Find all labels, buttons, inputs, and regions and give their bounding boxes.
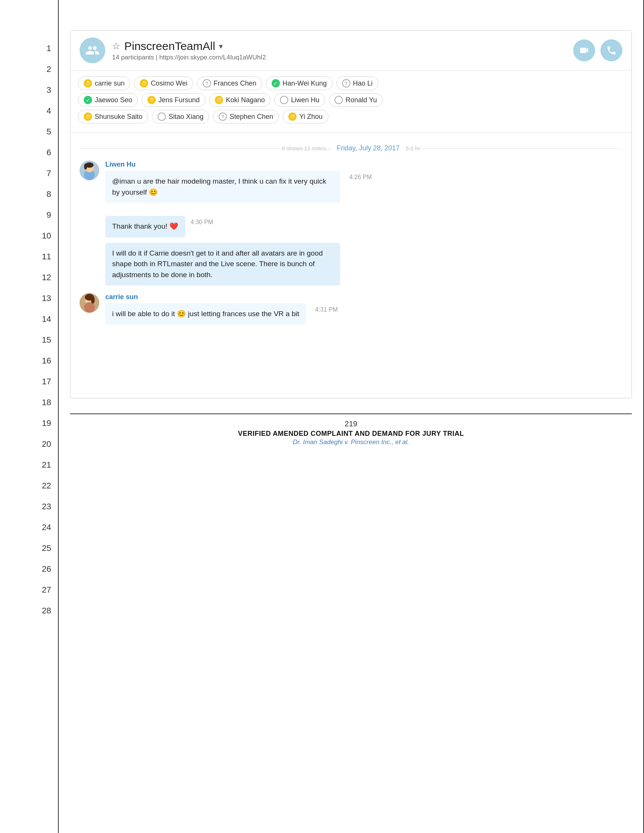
avatar-carrie-img <box>80 293 99 313</box>
participant-cosimo-wei[interactable]: ⏱ Cosimo Wei <box>134 77 193 90</box>
status-icon-empty <box>335 96 343 104</box>
avatar-liwen <box>80 161 99 180</box>
participant-name: Cosimo Wei <box>151 79 188 87</box>
participant-jaewoo-seo[interactable]: ✓ Jaewoo Seo <box>78 93 138 107</box>
status-icon-green: ✓ <box>84 96 92 104</box>
video-icon <box>579 45 589 56</box>
chat-title: PinscreenTeamAll <box>124 40 215 53</box>
participant-ronald-yu[interactable]: Ronald Yu <box>329 93 383 107</box>
message-group-liwen: Liwen Hu @iman u are the hair modeling m… <box>80 161 622 207</box>
group-icon <box>85 43 100 58</box>
line-number-21: 21 <box>0 454 58 475</box>
footer-subtitle: Dr. Iman Sadeghi v. Pinscreen Inc., et a… <box>70 439 632 446</box>
participants-row-1: ⏱ carrie sun ⏱ Cosimo Wei ? Frances Chen… <box>78 77 624 90</box>
line-number-15: 15 <box>0 330 58 350</box>
line-number-28: 28 <box>0 600 58 621</box>
participant-koki-nagano[interactable]: ⏱ Koki Nagano <box>209 93 270 107</box>
status-icon-yellow: ⏱ <box>84 79 92 87</box>
line-number-1: 1 <box>0 38 58 59</box>
participant-carrie-sun[interactable]: ⏱ carrie sun <box>78 77 130 90</box>
footer-title: VERIFIED AMENDED COMPLAINT AND DEMAND FO… <box>70 430 632 438</box>
chat-subtitle: 14 participants | https://join.skype.com… <box>112 54 573 61</box>
line-number-13: 13 <box>0 288 58 309</box>
phone-call-button[interactable] <box>601 39 622 61</box>
chevron-down-icon[interactable]: ▾ <box>219 42 223 51</box>
participant-name: Jaewoo Seo <box>95 96 132 104</box>
participant-name: Sitao Xiang <box>169 113 203 121</box>
status-icon-question: ? <box>219 113 227 121</box>
participant-name: Hao Li <box>353 79 373 87</box>
message-sender-liwen: Liwen Hu <box>105 161 622 169</box>
participant-hao-li[interactable]: ? Hao Li <box>336 77 378 90</box>
date-divider-date: Friday, July 28, 2017 <box>331 144 406 152</box>
line-number-9: 9 <box>0 204 58 225</box>
participants-area: ⏱ carrie sun ⏱ Cosimo Wei ? Frances Chen… <box>71 71 631 133</box>
chat-header-info: ☆ PinscreenTeamAll ▾ 14 participants | h… <box>112 40 573 61</box>
line-number-16: 16 <box>0 350 58 371</box>
message-body-carrie: carrie sun i will be able to do it 😊 jus… <box>105 293 622 330</box>
line-number-10: 10 <box>0 225 58 246</box>
participant-stephen-chen[interactable]: ? Stephen Chen <box>213 110 279 124</box>
participant-liwen-hu[interactable]: Liwen Hu <box>274 93 325 107</box>
message-time-iman-1: 4:30 PM <box>190 216 213 226</box>
page-footer: 219 VERIFIED AMENDED COMPLAINT AND DEMAN… <box>70 413 632 449</box>
participant-name: Liwen Hu <box>291 96 319 104</box>
message-body-liwen: Liwen Hu @iman u are the hair modeling m… <box>105 161 622 207</box>
participant-name: Ronald Yu <box>346 96 377 104</box>
line-number-27: 27 <box>0 579 58 600</box>
svg-point-8 <box>84 302 95 313</box>
message-time-carrie-1: 4:31 PM <box>315 303 338 313</box>
participant-shunsuke-saito[interactable]: ⏱ Shunsuke Saito <box>78 110 148 124</box>
line-number-11: 11 <box>0 246 58 267</box>
participants-row-2: ✓ Jaewoo Seo ⏱ Jens Fursund ⏱ Koki Nagan… <box>78 93 624 107</box>
line-number-4: 4 <box>0 100 58 121</box>
message-bubble-iman-1: Thank thank you! ❤️ <box>105 216 185 237</box>
line-number-19: 19 <box>0 413 58 434</box>
message-row-carrie-1: i will be able to do it 😊 just letting f… <box>105 303 622 325</box>
line-number-25: 25 <box>0 538 58 558</box>
participant-yi-zhou[interactable]: ⏱ Yi Zhou <box>283 110 328 124</box>
date-divider: It shows 11 notes... Friday, July 28, 20… <box>80 144 622 152</box>
message-row-iman-1: Thank thank you! ❤️ 4:30 PM <box>105 216 622 237</box>
date-divider-right: 5:1 hr <box>406 145 420 151</box>
avatar-liwen-img <box>80 161 99 180</box>
line-number-margin: 1234567891011121314151617181920212223242… <box>0 0 59 833</box>
page-number: 219 <box>70 420 632 428</box>
line-number-5: 5 <box>0 121 58 142</box>
line-number-6: 6 <box>0 142 58 163</box>
status-icon-yellow: ⏱ <box>140 79 148 87</box>
line-number-17: 17 <box>0 371 58 392</box>
avatar-carrie <box>80 293 99 313</box>
participants-row-3: ⏱ Shunsuke Saito Sitao Xiang ? Stephen C… <box>78 110 624 124</box>
participant-hanwei-kung[interactable]: ✓ Han-Wei Kung <box>266 77 333 90</box>
participant-name: Frances Chen <box>214 79 256 87</box>
status-icon-question: ? <box>342 79 350 87</box>
date-divider-left: It shows 11 notes... <box>282 145 331 151</box>
participant-name: Yi Zhou <box>299 113 322 121</box>
participant-jens-fursund[interactable]: ⏱ Jens Fursund <box>142 93 205 107</box>
line-number-2: 2 <box>0 59 58 79</box>
svg-point-5 <box>84 164 87 170</box>
line-number-23: 23 <box>0 496 58 517</box>
participant-sitao-xiang[interactable]: Sitao Xiang <box>152 110 209 124</box>
participant-name: carrie sun <box>95 79 125 87</box>
group-avatar <box>80 37 105 63</box>
line-number-26: 26 <box>0 558 58 579</box>
star-icon[interactable]: ☆ <box>112 41 121 51</box>
message-time-liwen-1: 4:26 PM <box>349 171 372 181</box>
participant-frances-chen[interactable]: ? Frances Chen <box>197 77 262 90</box>
status-icon-empty <box>280 96 288 104</box>
line-number-7: 7 <box>0 163 58 183</box>
message-row-iman-2: I will do it if Carrie doesn't get to it… <box>105 243 622 286</box>
line-number-18: 18 <box>0 392 58 413</box>
line-number-22: 22 <box>0 475 58 496</box>
chat-header: ☆ PinscreenTeamAll ▾ 14 participants | h… <box>71 31 631 71</box>
participant-name: Stephen Chen <box>230 113 273 121</box>
message-sender-carrie: carrie sun <box>105 293 622 301</box>
line-number-20: 20 <box>0 434 58 454</box>
line-number-8: 8 <box>0 183 58 204</box>
participant-name: Koki Nagano <box>226 96 265 104</box>
status-icon-question: ? <box>203 79 211 87</box>
video-call-button[interactable] <box>573 39 595 61</box>
message-bubble-liwen-1: @iman u are the hair modeling master, I … <box>105 171 340 203</box>
